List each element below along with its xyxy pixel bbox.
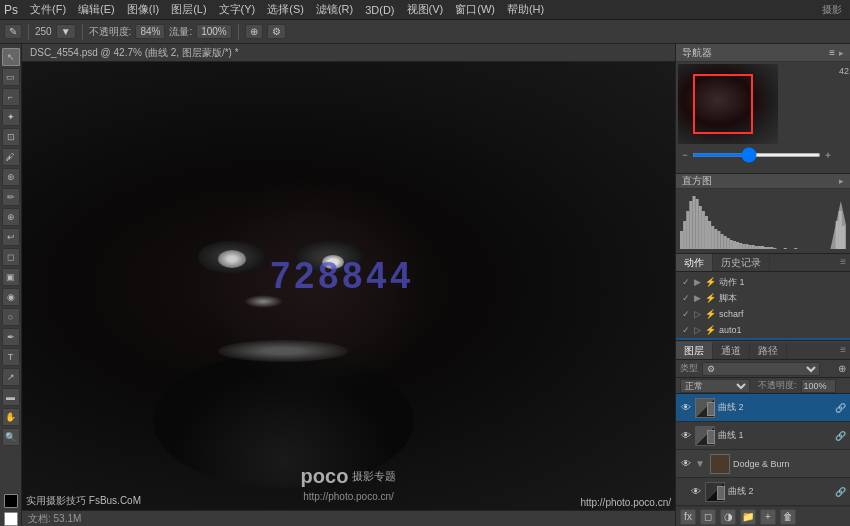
svg-rect-17 — [733, 241, 736, 249]
menu-view[interactable]: 视图(V) — [401, 2, 450, 17]
foreground-color[interactable] — [4, 494, 18, 508]
history-item-0[interactable]: ✓ ▶ ⚡ 动作 1 — [676, 274, 850, 290]
zoom-tool[interactable]: 🔍 — [2, 428, 20, 446]
navigator-close-btn[interactable]: ▸ — [839, 48, 844, 58]
layers-list: 👁 曲线 2 🔗 👁 曲线 1 🔗 — [676, 394, 850, 506]
expand-icon-2[interactable]: ▷ — [694, 309, 701, 319]
layers-menu-btn[interactable]: ≡ — [836, 342, 850, 359]
tab-actions[interactable]: 历史记录 — [713, 254, 770, 271]
spot-heal-tool[interactable]: ⊛ — [2, 168, 20, 186]
nav-zoom-slider[interactable] — [692, 153, 821, 157]
svg-rect-27 — [764, 247, 767, 249]
brush-tool-icon[interactable]: ✎ — [4, 24, 22, 39]
lasso-tool[interactable]: ⌐ — [2, 88, 20, 106]
layer-link-icon-2: 🔗 — [835, 487, 846, 497]
path-select-tool[interactable]: ↗ — [2, 368, 20, 386]
svg-rect-5 — [696, 199, 699, 249]
blend-mode-select[interactable]: 正常 溶解 — [680, 379, 750, 393]
history-item-1[interactable]: ✓ ▶ ⚡ 脚本 — [676, 290, 850, 306]
history-item-3[interactable]: ✓ ▷ ⚡ auto1 — [676, 322, 850, 338]
menu-edit[interactable]: 编辑(E) — [72, 2, 121, 17]
selection-tool[interactable]: ▭ — [2, 68, 20, 86]
eye-icon-0[interactable]: 👁 — [680, 402, 692, 413]
menu-image[interactable]: 图像(I) — [121, 2, 165, 17]
menu-file[interactable]: 文件(F) — [24, 2, 72, 17]
menu-filter[interactable]: 滤镜(R) — [310, 2, 359, 17]
flow-value[interactable]: 100% — [196, 24, 232, 39]
svg-rect-25 — [758, 246, 761, 249]
navigator-expand-btn[interactable]: ≡ — [829, 47, 835, 58]
brush-settings-btn[interactable]: ⚙ — [267, 24, 286, 39]
blur-tool[interactable]: ◉ — [2, 288, 20, 306]
canvas-content[interactable]: 728844 实用摄影技巧 FsBus.CoM http://photo.poc… — [22, 62, 675, 510]
eyedropper-tool[interactable]: 🖋 — [2, 148, 20, 166]
add-mask-btn[interactable]: ◻ — [700, 509, 716, 525]
item-icon-0: ⚡ — [705, 277, 715, 287]
brush-tool[interactable]: ✏ — [2, 188, 20, 206]
add-fx-btn[interactable]: fx — [680, 509, 696, 525]
navigator-thumbnail — [678, 64, 778, 144]
menu-select[interactable]: 选择(S) — [261, 2, 310, 17]
text-tool[interactable]: T — [2, 348, 20, 366]
layer-item-2[interactable]: 👁 曲线 2 🔗 — [676, 478, 850, 506]
nav-zoom-out-btn[interactable]: － — [680, 148, 690, 162]
svg-rect-26 — [761, 246, 764, 249]
eraser-tool[interactable]: ◻ — [2, 248, 20, 266]
group-expand-icon-0[interactable]: ▼ — [695, 458, 705, 469]
svg-rect-1 — [683, 221, 686, 249]
eye-icon-2[interactable]: 👁 — [690, 486, 702, 497]
layer-item-1[interactable]: 👁 曲线 1 🔗 — [676, 422, 850, 450]
menu-layer[interactable]: 图层(L) — [165, 2, 212, 17]
menu-help[interactable]: 帮助(H) — [501, 2, 550, 17]
delete-layer-btn[interactable]: 🗑 — [780, 509, 796, 525]
tab-history[interactable]: 动作 — [676, 254, 713, 271]
layer-item-0[interactable]: 👁 曲线 2 🔗 — [676, 394, 850, 422]
new-fill-btn[interactable]: ◑ — [720, 509, 736, 525]
layers-controls: 类型 ⚙ T ▭ ✏ ⊕ — [676, 360, 850, 378]
histogram-close-btn[interactable]: ▸ — [839, 176, 844, 186]
menu-3d[interactable]: 3D(D) — [359, 4, 400, 16]
svg-rect-28 — [767, 247, 770, 249]
eye-icon-1[interactable]: 👁 — [680, 430, 692, 441]
opacity-input[interactable] — [801, 379, 836, 393]
expand-icon-3[interactable]: ▷ — [694, 325, 701, 335]
expand-icon-0[interactable]: ▶ — [694, 277, 701, 287]
new-layer-btn[interactable]: + — [760, 509, 776, 525]
history-menu-btn[interactable]: ≡ — [836, 254, 850, 271]
layers-type-label: 类型 — [680, 362, 698, 375]
canvas-tab-title: DSC_4554.psd @ 42.7% (曲线 2, 图层蒙版/*) * — [30, 46, 239, 60]
opacity-value[interactable]: 84% — [135, 24, 165, 39]
menu-text[interactable]: 文字(Y) — [213, 2, 262, 17]
svg-rect-12 — [717, 231, 720, 249]
menu-window[interactable]: 窗口(W) — [449, 2, 501, 17]
hand-tool[interactable]: ✋ — [2, 408, 20, 426]
tab-channels[interactable]: 通道 — [713, 342, 750, 359]
background-color[interactable] — [4, 512, 18, 526]
history-brush-tool[interactable]: ↩ — [2, 228, 20, 246]
crop-tool[interactable]: ⊡ — [2, 128, 20, 146]
expand-icon-1[interactable]: ▶ — [694, 293, 701, 303]
layers-filter-icon[interactable]: ⊕ — [838, 363, 846, 374]
new-group-btn[interactable]: 📁 — [740, 509, 756, 525]
clone-tool[interactable]: ⊕ — [2, 208, 20, 226]
pen-tool[interactable]: ✒ — [2, 328, 20, 346]
gradient-tool[interactable]: ▣ — [2, 268, 20, 286]
eye-icon-group-0[interactable]: 👁 — [680, 458, 692, 469]
layer-group-0[interactable]: 👁 ▼ Dodge & Burn — [676, 450, 850, 478]
nav-zoom-in-btn[interactable]: ＋ — [823, 148, 833, 162]
move-tool[interactable]: ↖ — [2, 48, 20, 66]
brush-size-input[interactable]: ▼ — [56, 24, 76, 39]
dodge-tool[interactable]: ○ — [2, 308, 20, 326]
layers-type-select[interactable]: ⚙ T ▭ ✏ — [702, 362, 820, 376]
tab-paths[interactable]: 路径 — [750, 342, 787, 359]
toolbar: ✎ 250 ▼ 不透明度: 84% 流量: 100% ⊕ ⚙ — [0, 20, 850, 44]
history-item-2[interactable]: ✓ ▷ ⚡ scharf — [676, 306, 850, 322]
tab-layers[interactable]: 图层 — [676, 342, 713, 359]
nav-view-rect[interactable] — [693, 74, 753, 134]
airbrush-toggle[interactable]: ⊕ — [245, 24, 263, 39]
history-item-4[interactable]: ✓ ▼ ⚡ autoskin color1 — [676, 338, 850, 340]
navigator-header: 导航器 ≡ ▸ — [676, 44, 850, 62]
shape-tool[interactable]: ▬ — [2, 388, 20, 406]
canvas-tab[interactable]: DSC_4554.psd @ 42.7% (曲线 2, 图层蒙版/*) * — [22, 44, 675, 62]
quick-select-tool[interactable]: ✦ — [2, 108, 20, 126]
